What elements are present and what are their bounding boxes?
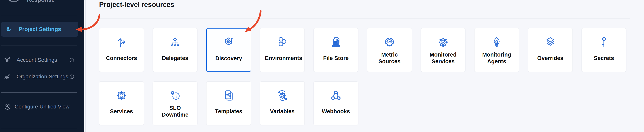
card-connectors[interactable]: Connectors [99, 28, 144, 72]
metric-sources-icon [383, 36, 396, 49]
environments-icon [276, 36, 289, 49]
overrides-icon [544, 36, 557, 49]
card-label: File Store [316, 55, 356, 62]
card-templates[interactable]: Templates [206, 82, 251, 125]
card-label: SLO Downtime [155, 104, 195, 118]
card-monitored-services[interactable]: Monitored Services [421, 28, 466, 72]
secrets-key-icon [598, 36, 610, 49]
card-discovery[interactable]: Discovery [206, 28, 251, 72]
card-label: Environments [262, 55, 302, 62]
services-gear-icon [115, 89, 128, 102]
org-chart-gear-icon [4, 73, 11, 80]
card-metric-sources[interactable]: Metric Sources [367, 28, 412, 72]
discovery-icon [222, 36, 235, 49]
slo-downtime-clock-icon [169, 89, 182, 102]
sidebar-item-account-settings[interactable]: Account Settings [0, 54, 84, 66]
card-row-2: Services [99, 82, 626, 125]
page-title: Project-level resources [99, 0, 644, 9]
card-label: Templates [208, 108, 249, 115]
main-content: Project-level resources Connectors [86, 0, 644, 132]
connectors-icon [115, 36, 128, 49]
app-window: Incident Response [0, 0, 644, 132]
card-variables[interactable]: Variables [260, 82, 305, 125]
sidebar-divider [1, 46, 77, 46]
resource-card-grid: Connectors Delegates [99, 28, 626, 125]
sidebar-item-project-settings[interactable]: Project Settings [1, 22, 78, 37]
file-store-icon [330, 36, 342, 49]
card-row-1: Connectors Delegates [99, 28, 626, 72]
sidebar-item-label: Account Settings [16, 57, 57, 63]
card-label: Monitoring Agents [476, 51, 517, 65]
sidebar-item-label: Configure Unified View [15, 104, 70, 110]
sidebar-item-incident-response[interactable]: Incident Response [0, 0, 84, 3]
templates-icon [222, 89, 235, 102]
card-label: Webhooks [316, 108, 356, 115]
card-label: Discovery [208, 55, 249, 62]
card-file-store[interactable]: File Store [314, 28, 358, 72]
info-icon[interactable] [69, 58, 74, 63]
delegates-icon [169, 36, 182, 49]
sidebar-scrollbar[interactable] [84, 0, 86, 132]
card-delegates[interactable]: Delegates [153, 28, 198, 72]
sidebar-item-label: Incident Response [27, 0, 73, 3]
card-label: Services [101, 108, 142, 115]
card-overrides[interactable]: Overrides [528, 28, 573, 72]
scrollbar-thumb[interactable] [84, 0, 86, 132]
title-divider [99, 18, 630, 19]
gear-icon [5, 26, 12, 32]
sidebar-item-organization-settings[interactable]: Organization Settings [0, 71, 84, 82]
card-monitoring-agents[interactable]: Monitoring Agents [474, 28, 519, 72]
sidebar-item-label: Project Settings [18, 26, 61, 32]
card-label: Connectors [101, 55, 142, 62]
wrench-circle-icon [4, 104, 11, 110]
sidebar-item-label: Organization Settings [16, 74, 68, 80]
card-label: Overrides [530, 55, 570, 62]
account-layers-gear-icon [4, 56, 11, 64]
sidebar-nav: Incident Response [0, 0, 84, 132]
card-label: Variables [262, 108, 302, 115]
card-label: Monitored Services [423, 51, 463, 65]
card-environments[interactable]: Environments [260, 28, 305, 72]
sidebar-divider [1, 92, 77, 93]
card-slo-downtime[interactable]: SLO Downtime [153, 82, 198, 125]
sidebar-divider [1, 15, 77, 15]
sidebar-divider [1, 129, 77, 129]
variables-icon [276, 89, 289, 102]
monitored-services-icon [437, 36, 450, 49]
card-services[interactable]: Services [99, 82, 144, 125]
card-label: Delegates [155, 55, 195, 62]
sidebar-item-configure-unified-view[interactable]: Configure Unified View [0, 101, 84, 112]
card-secrets[interactable]: Secrets [582, 28, 626, 72]
info-icon[interactable] [69, 74, 74, 79]
monitoring-agents-icon [490, 36, 503, 49]
webhooks-icon [330, 89, 342, 102]
incident-response-icon [8, 0, 19, 2]
card-label: Secrets [584, 55, 624, 62]
card-webhooks[interactable]: Webhooks [314, 82, 358, 125]
card-label: Metric Sources [369, 51, 410, 65]
